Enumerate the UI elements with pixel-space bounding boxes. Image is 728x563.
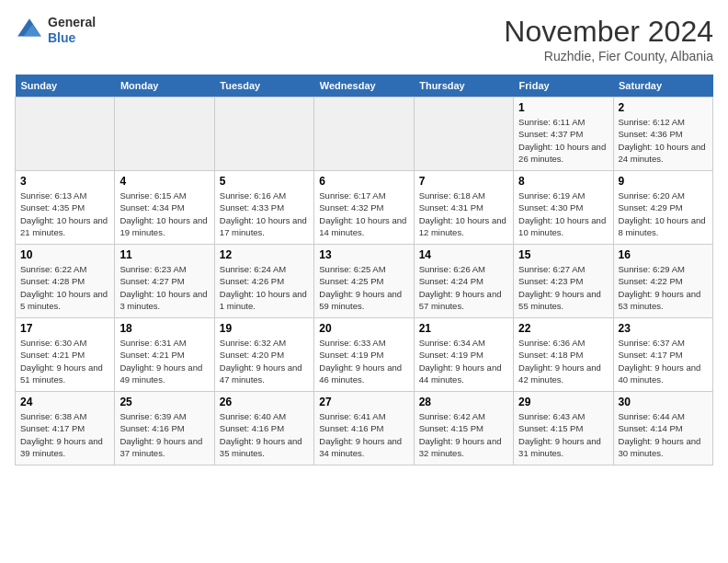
day-detail: Sunrise: 6:22 AM Sunset: 4:28 PM Dayligh…	[20, 263, 109, 312]
calendar-cell: 23Sunrise: 6:37 AM Sunset: 4:17 PM Dayli…	[613, 318, 712, 392]
day-detail: Sunrise: 6:17 AM Sunset: 4:32 PM Dayligh…	[319, 190, 408, 238]
calendar-table: SundayMondayTuesdayWednesdayThursdayFrid…	[15, 75, 713, 465]
calendar-cell: 20Sunrise: 6:33 AM Sunset: 4:19 PM Dayli…	[314, 318, 414, 392]
day-number: 21	[419, 322, 508, 335]
header: General Blue November 2024 Ruzhdie, Fier…	[15, 15, 713, 63]
day-of-week-header: Monday	[115, 75, 214, 98]
month-title: November 2024	[504, 15, 713, 49]
day-detail: Sunrise: 6:37 AM Sunset: 4:17 PM Dayligh…	[619, 337, 708, 385]
day-of-week-header: Saturday	[613, 75, 712, 98]
calendar-cell: 16Sunrise: 6:29 AM Sunset: 4:22 PM Dayli…	[613, 245, 712, 318]
calendar-cell: 4Sunrise: 6:15 AM Sunset: 4:34 PM Daylig…	[115, 171, 214, 245]
day-number: 8	[518, 175, 608, 188]
day-detail: Sunrise: 6:33 AM Sunset: 4:19 PM Dayligh…	[319, 337, 408, 385]
day-detail: Sunrise: 6:23 AM Sunset: 4:27 PM Dayligh…	[119, 263, 209, 312]
calendar-cell: 1Sunrise: 6:11 AM Sunset: 4:37 PM Daylig…	[514, 98, 613, 171]
day-detail: Sunrise: 6:19 AM Sunset: 4:30 PM Dayligh…	[518, 190, 608, 238]
day-number: 7	[419, 175, 508, 188]
day-number: 22	[518, 322, 608, 335]
logo: General Blue	[15, 15, 96, 46]
location: Ruzhdie, Fier County, Albania	[504, 49, 713, 63]
calendar-cell: 5Sunrise: 6:16 AM Sunset: 4:33 PM Daylig…	[214, 171, 313, 245]
calendar-cell: 3Sunrise: 6:13 AM Sunset: 4:35 PM Daylig…	[16, 171, 115, 245]
calendar-cell: 13Sunrise: 6:25 AM Sunset: 4:25 PM Dayli…	[314, 245, 414, 318]
day-number: 4	[119, 175, 209, 188]
day-number: 11	[119, 248, 209, 261]
logo-icon	[15, 16, 44, 45]
day-detail: Sunrise: 6:15 AM Sunset: 4:34 PM Dayligh…	[119, 190, 209, 238]
calendar-cell	[414, 98, 513, 171]
calendar-cell: 12Sunrise: 6:24 AM Sunset: 4:26 PM Dayli…	[214, 245, 313, 318]
day-detail: Sunrise: 6:41 AM Sunset: 4:16 PM Dayligh…	[319, 410, 408, 459]
calendar-cell	[16, 98, 115, 171]
day-detail: Sunrise: 6:26 AM Sunset: 4:24 PM Dayligh…	[419, 263, 508, 312]
calendar-cell	[314, 98, 414, 171]
calendar-cell: 24Sunrise: 6:38 AM Sunset: 4:17 PM Dayli…	[16, 392, 115, 465]
logo-text: General Blue	[48, 15, 96, 46]
day-detail: Sunrise: 6:24 AM Sunset: 4:26 PM Dayligh…	[220, 263, 309, 312]
day-detail: Sunrise: 6:11 AM Sunset: 4:37 PM Dayligh…	[518, 116, 608, 165]
calendar-cell: 6Sunrise: 6:17 AM Sunset: 4:32 PM Daylig…	[314, 171, 414, 245]
day-number: 26	[220, 396, 309, 408]
calendar-cell: 18Sunrise: 6:31 AM Sunset: 4:21 PM Dayli…	[115, 318, 214, 392]
day-number: 3	[20, 175, 109, 188]
day-of-week-header: Thursday	[414, 75, 513, 98]
day-number: 1	[518, 101, 608, 114]
day-detail: Sunrise: 6:32 AM Sunset: 4:20 PM Dayligh…	[220, 337, 309, 385]
title-area: November 2024 Ruzhdie, Fier County, Alba…	[504, 15, 713, 63]
day-number: 18	[119, 322, 209, 335]
day-number: 20	[319, 322, 408, 335]
day-detail: Sunrise: 6:36 AM Sunset: 4:18 PM Dayligh…	[518, 337, 608, 385]
calendar-cell: 29Sunrise: 6:43 AM Sunset: 4:15 PM Dayli…	[514, 392, 613, 465]
day-detail: Sunrise: 6:16 AM Sunset: 4:33 PM Dayligh…	[220, 190, 309, 238]
day-detail: Sunrise: 6:34 AM Sunset: 4:19 PM Dayligh…	[419, 337, 508, 385]
day-number: 13	[319, 248, 408, 261]
day-detail: Sunrise: 6:27 AM Sunset: 4:23 PM Dayligh…	[518, 263, 608, 312]
day-of-week-header: Sunday	[16, 75, 115, 98]
calendar-cell	[115, 98, 214, 171]
calendar-cell: 25Sunrise: 6:39 AM Sunset: 4:16 PM Dayli…	[115, 392, 214, 465]
day-number: 6	[319, 175, 408, 188]
day-number: 24	[20, 396, 109, 408]
day-detail: Sunrise: 6:12 AM Sunset: 4:36 PM Dayligh…	[619, 116, 708, 165]
calendar-cell: 28Sunrise: 6:42 AM Sunset: 4:15 PM Dayli…	[414, 392, 513, 465]
day-number: 14	[419, 248, 508, 261]
day-number: 25	[119, 396, 209, 408]
day-of-week-header: Wednesday	[314, 75, 414, 98]
day-number: 12	[220, 248, 309, 261]
calendar-cell: 21Sunrise: 6:34 AM Sunset: 4:19 PM Dayli…	[414, 318, 513, 392]
day-number: 9	[619, 175, 708, 188]
calendar-cell: 22Sunrise: 6:36 AM Sunset: 4:18 PM Dayli…	[514, 318, 613, 392]
calendar-cell: 10Sunrise: 6:22 AM Sunset: 4:28 PM Dayli…	[16, 245, 115, 318]
calendar-cell: 17Sunrise: 6:30 AM Sunset: 4:21 PM Dayli…	[16, 318, 115, 392]
day-number: 2	[619, 101, 708, 114]
day-of-week-header: Friday	[514, 75, 613, 98]
day-number: 5	[220, 175, 309, 188]
calendar-cell	[214, 98, 313, 171]
day-number: 27	[319, 396, 408, 408]
calendar-cell: 9Sunrise: 6:20 AM Sunset: 4:29 PM Daylig…	[613, 171, 712, 245]
calendar-cell: 14Sunrise: 6:26 AM Sunset: 4:24 PM Dayli…	[414, 245, 513, 318]
day-detail: Sunrise: 6:30 AM Sunset: 4:21 PM Dayligh…	[20, 337, 109, 385]
day-detail: Sunrise: 6:38 AM Sunset: 4:17 PM Dayligh…	[20, 410, 109, 459]
day-number: 16	[619, 248, 708, 261]
day-number: 29	[518, 396, 608, 408]
day-number: 17	[20, 322, 109, 335]
calendar-cell: 27Sunrise: 6:41 AM Sunset: 4:16 PM Dayli…	[314, 392, 414, 465]
day-detail: Sunrise: 6:42 AM Sunset: 4:15 PM Dayligh…	[419, 410, 508, 459]
day-number: 28	[419, 396, 508, 408]
day-number: 30	[619, 396, 708, 408]
calendar-cell: 15Sunrise: 6:27 AM Sunset: 4:23 PM Dayli…	[514, 245, 613, 318]
day-detail: Sunrise: 6:31 AM Sunset: 4:21 PM Dayligh…	[119, 337, 209, 385]
calendar-cell: 7Sunrise: 6:18 AM Sunset: 4:31 PM Daylig…	[414, 171, 513, 245]
calendar-cell: 2Sunrise: 6:12 AM Sunset: 4:36 PM Daylig…	[613, 98, 712, 171]
day-detail: Sunrise: 6:39 AM Sunset: 4:16 PM Dayligh…	[119, 410, 209, 459]
day-detail: Sunrise: 6:43 AM Sunset: 4:15 PM Dayligh…	[518, 410, 608, 459]
calendar-cell: 26Sunrise: 6:40 AM Sunset: 4:16 PM Dayli…	[214, 392, 313, 465]
day-detail: Sunrise: 6:13 AM Sunset: 4:35 PM Dayligh…	[20, 190, 109, 238]
calendar-cell: 30Sunrise: 6:44 AM Sunset: 4:14 PM Dayli…	[613, 392, 712, 465]
day-detail: Sunrise: 6:18 AM Sunset: 4:31 PM Dayligh…	[419, 190, 508, 238]
day-detail: Sunrise: 6:29 AM Sunset: 4:22 PM Dayligh…	[619, 263, 708, 312]
day-detail: Sunrise: 6:44 AM Sunset: 4:14 PM Dayligh…	[619, 410, 708, 459]
day-number: 19	[220, 322, 309, 335]
